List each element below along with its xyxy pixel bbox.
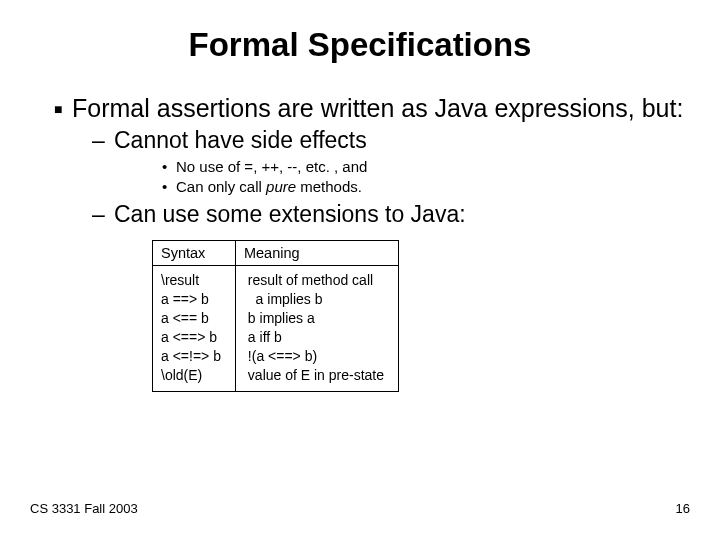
col-header-syntax: Syntax <box>153 241 236 266</box>
text-post: methods. <box>296 178 362 195</box>
table-header-row: Syntax Meaning <box>153 241 399 266</box>
bullet-level3: • Can only call pure methods. <box>162 177 690 197</box>
square-bullet-icon: ■ <box>54 94 72 124</box>
col-header-meaning: Meaning <box>235 241 398 266</box>
bullet-level3: • No use of =, ++, --, etc. , and <box>162 157 690 177</box>
footer-page-number: 16 <box>676 501 690 516</box>
text-pre: Can only call <box>176 178 266 195</box>
bullet-text: Can use some extensions to Java: <box>114 200 466 230</box>
bullet-text: Cannot have side effects <box>114 126 367 156</box>
slide: Formal Specifications ■ Formal assertion… <box>0 0 720 540</box>
table-row: \result a ==> b a <== b a <==> b a <=!=>… <box>153 266 399 391</box>
bullet-level2: – Cannot have side effects <box>92 126 690 156</box>
bullet-text: Formal assertions are written as Java ex… <box>72 94 683 124</box>
cell-syntax: \result a ==> b a <== b a <==> b a <=!=>… <box>153 266 236 391</box>
bullet-level2: – Can use some extensions to Java: <box>92 200 690 230</box>
bullet-level1: ■ Formal assertions are written as Java … <box>54 94 690 124</box>
bullet-text: Can only call pure methods. <box>176 177 362 197</box>
footer-course: CS 3331 Fall 2003 <box>30 501 138 516</box>
text-em: pure <box>266 178 296 195</box>
dash-bullet-icon: – <box>92 126 114 156</box>
bullet-text: No use of =, ++, --, etc. , and <box>176 157 367 177</box>
syntax-table: Syntax Meaning \result a ==> b a <== b a… <box>152 240 399 391</box>
cell-meaning: result of method call a implies b b impl… <box>235 266 398 391</box>
dot-bullet-icon: • <box>162 157 176 177</box>
dash-bullet-icon: – <box>92 200 114 230</box>
dot-bullet-icon: • <box>162 177 176 197</box>
slide-title: Formal Specifications <box>30 26 690 64</box>
syntax-table-wrap: Syntax Meaning \result a ==> b a <== b a… <box>152 240 690 391</box>
